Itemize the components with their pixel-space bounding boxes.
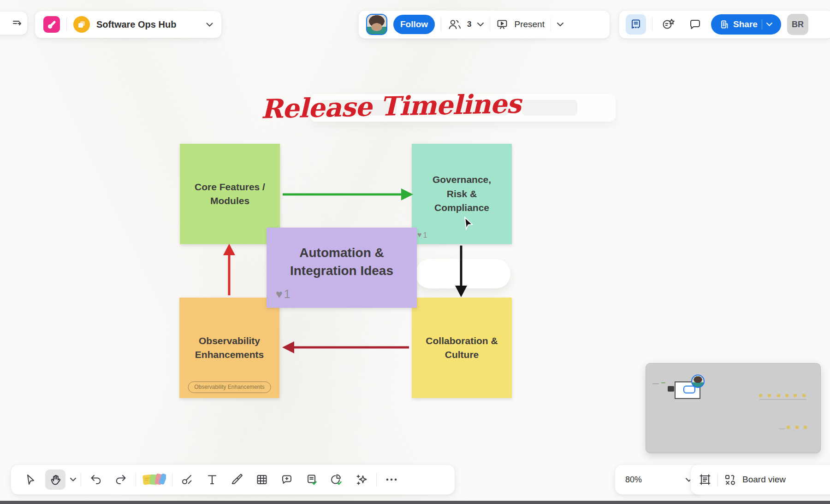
sticky-note-governance[interactable]: Governance, Risk & Compliance ♥ 1 xyxy=(412,144,512,244)
board-view-label[interactable]: Board view xyxy=(742,475,826,485)
divider xyxy=(81,473,81,486)
connector-collaboration-to-observability[interactable] xyxy=(282,341,409,353)
minimap-content-mark xyxy=(668,386,674,392)
collaborators-chevron-icon[interactable] xyxy=(477,23,484,26)
redo-button[interactable] xyxy=(111,469,131,490)
select-tool-button[interactable] xyxy=(20,469,41,490)
sticky-note-observability[interactable]: Observability Enhancements Observability… xyxy=(179,298,279,398)
hand-tool-button[interactable] xyxy=(45,469,65,490)
connector-tool-button[interactable] xyxy=(177,469,197,490)
people-icon xyxy=(447,18,461,30)
poll-tool-button[interactable] xyxy=(326,469,347,490)
minimap[interactable] xyxy=(646,363,821,453)
divider xyxy=(136,473,136,486)
minimap-dot xyxy=(802,394,806,397)
undo-button[interactable] xyxy=(86,469,106,490)
outline-button[interactable] xyxy=(626,14,646,35)
current-user-avatar[interactable]: BR xyxy=(787,14,808,35)
text-tool-button[interactable] xyxy=(202,469,222,490)
canvas-title[interactable]: Release Timelines xyxy=(261,89,455,135)
facilitator-avatar[interactable] xyxy=(366,14,387,35)
minimap-dot xyxy=(794,394,797,397)
minimap-dot xyxy=(795,426,799,429)
collaboration-bar: Follow 3 Present xyxy=(358,10,610,39)
sticky-tag[interactable]: Observability Enhancements xyxy=(188,381,271,393)
minimap-dot xyxy=(777,394,780,397)
board-menu-chevron-icon[interactable] xyxy=(206,23,213,27)
divider xyxy=(490,18,490,31)
divider xyxy=(717,473,718,486)
divider xyxy=(66,18,67,31)
board-view-icon xyxy=(724,474,736,486)
heart-reaction[interactable]: ♥ 1 xyxy=(276,286,290,302)
minimap-mark xyxy=(779,428,785,429)
ai-sparkles-tool-button[interactable] xyxy=(351,469,372,490)
present-icon xyxy=(496,18,508,30)
tools-toolbar xyxy=(11,464,455,495)
share-button[interactable]: Share xyxy=(711,14,781,35)
share-label: Share xyxy=(733,19,758,29)
table-tool-button[interactable] xyxy=(252,469,272,490)
window-bottom-edge xyxy=(0,501,830,504)
minimap-follow-avatar xyxy=(691,375,705,388)
divider xyxy=(762,19,762,29)
divider xyxy=(652,18,652,31)
sticky-note-collaboration[interactable]: Collaboration & Culture xyxy=(412,298,512,398)
sticky-note-automation[interactable]: Automation & Integration Ideas ♥ 1 xyxy=(267,228,417,308)
mural-logo[interactable] xyxy=(43,16,60,33)
comments-button[interactable] xyxy=(685,14,705,35)
more-tools-button[interactable] xyxy=(381,469,402,490)
collaborators-count[interactable]: 3 xyxy=(467,20,471,29)
follow-button[interactable]: Follow xyxy=(393,15,435,34)
connector-core-to-governance[interactable] xyxy=(283,188,413,200)
heart-icon: ♥ xyxy=(417,231,422,239)
minimap-dot xyxy=(785,394,788,397)
sticky-notes-tool-button[interactable] xyxy=(141,469,167,490)
heart-count: 1 xyxy=(423,230,427,240)
hand-tool-chevron-icon[interactable] xyxy=(70,478,76,481)
divider xyxy=(172,473,172,486)
room-icon xyxy=(73,16,90,33)
minimap-highlight xyxy=(683,386,695,393)
sidebar-toggle-button[interactable] xyxy=(0,11,28,35)
divider xyxy=(441,18,441,31)
connector-observability-to-core[interactable] xyxy=(223,244,235,295)
sidebar-expand-icon xyxy=(12,18,23,29)
board-actions-bar: Share BR xyxy=(619,10,830,39)
view-control: Board view xyxy=(690,464,830,495)
comment-tool-button[interactable] xyxy=(277,469,297,490)
ghost-chip xyxy=(522,100,577,116)
minimap-dot xyxy=(804,426,807,429)
minimap-mark xyxy=(661,382,665,383)
minimap-dot xyxy=(787,426,790,429)
frame-icon[interactable] xyxy=(699,474,711,486)
heart-icon: ♥ xyxy=(276,288,283,300)
sticky-note-core-features[interactable]: Core Features / Modules xyxy=(180,144,280,244)
share-chevron-icon[interactable] xyxy=(766,23,772,26)
sticky-text: Automation & Integration Ideas xyxy=(282,244,401,280)
heart-count: 1 xyxy=(284,286,290,302)
minimap-dot xyxy=(759,394,762,397)
sticky-text: Observability Enhancements xyxy=(190,334,269,362)
minimap-dot xyxy=(768,394,771,397)
reactions-button[interactable] xyxy=(658,14,679,35)
minimap-mark xyxy=(652,383,659,384)
present-chevron-icon[interactable] xyxy=(557,23,563,26)
ghost-floating-pill xyxy=(415,259,510,288)
present-button[interactable]: Present xyxy=(514,19,544,29)
share-icon xyxy=(720,20,729,29)
minimap-mark xyxy=(759,399,806,400)
board-title[interactable]: Software Ops Hub xyxy=(96,19,200,30)
zoom-control[interactable]: 80% xyxy=(615,464,703,495)
sticky-text: Core Features / Modules xyxy=(192,180,268,208)
survey-tool-button[interactable] xyxy=(302,469,322,490)
zoom-level[interactable]: 80% xyxy=(625,475,642,485)
sticky-text: Governance, Risk & Compliance xyxy=(422,173,502,215)
heart-reaction[interactable]: ♥ 1 xyxy=(417,230,427,240)
draw-tool-button[interactable] xyxy=(227,469,247,490)
board-header: Software Ops Hub xyxy=(35,11,222,38)
divider xyxy=(376,473,377,486)
sticky-text: Collaboration & Culture xyxy=(424,334,500,362)
divider xyxy=(551,18,551,31)
